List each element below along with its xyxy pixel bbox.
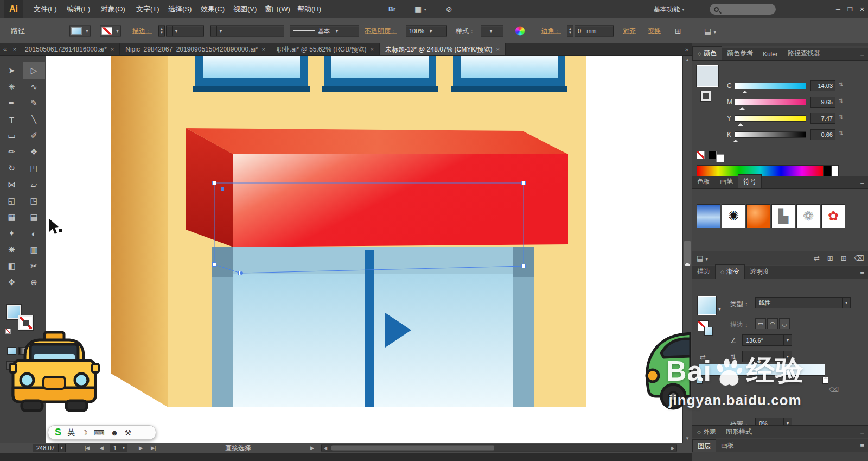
- vertical-scroll-thumb[interactable]: [684, 241, 691, 266]
- menu-file[interactable]: 文件(F): [28, 0, 62, 18]
- tab-swatches[interactable]: 色板: [692, 175, 715, 188]
- stroke-color-dropdown[interactable]: ▼: [100, 25, 121, 36]
- close-button[interactable]: ✕: [856, 0, 868, 18]
- stroke-weight-stepper[interactable]: ▲▼: [158, 25, 165, 36]
- tool-perspective-grid[interactable]: ◳: [23, 193, 45, 209]
- tab-overflow-button[interactable]: »: [682, 43, 692, 55]
- tool-free-transform[interactable]: ▱: [23, 176, 45, 193]
- status-popup-icon[interactable]: ▶: [308, 445, 316, 451]
- corner-link[interactable]: 边角：: [541, 26, 561, 35]
- tool-shaper[interactable]: ❖: [23, 144, 45, 160]
- prev-artboard-button[interactable]: ◀: [98, 445, 106, 451]
- tool-selection[interactable]: ➤: [1, 62, 23, 79]
- tab-color-guide[interactable]: 颜色参考: [722, 47, 758, 60]
- menu-help[interactable]: 帮助(H): [292, 0, 327, 18]
- ime-profile-icon[interactable]: ☻: [111, 428, 119, 437]
- symbol-red-flower[interactable]: ✿: [821, 204, 845, 228]
- magenta-slider[interactable]: [735, 99, 806, 105]
- symbol-chart[interactable]: ▙: [771, 204, 795, 228]
- gradient-midpoint-icon[interactable]: ◆: [757, 358, 761, 364]
- artboard-number-field[interactable]: 1▼: [110, 444, 127, 452]
- close-icon[interactable]: ×: [371, 46, 374, 53]
- menu-view[interactable]: 视图(V): [228, 0, 262, 18]
- artboard-canvas[interactable]: [46, 56, 682, 443]
- awning-front-face[interactable]: [233, 154, 568, 247]
- none-color-swatch[interactable]: [697, 151, 705, 159]
- opacity-field[interactable]: 100%▶: [406, 25, 447, 36]
- delete-stop-icon[interactable]: ⌫: [829, 386, 839, 394]
- tool-line-segment[interactable]: ╲: [23, 111, 45, 128]
- cyan-value-field[interactable]: 14.03: [810, 80, 835, 91]
- gradient-ramp[interactable]: [699, 364, 825, 376]
- stroke-weight-field[interactable]: ▼: [166, 25, 204, 36]
- tab-scroll-left-button[interactable]: «: [0, 43, 10, 55]
- isolate-selection-icon[interactable]: ⊞: [675, 27, 681, 35]
- tool-magic-wand[interactable]: ✳: [1, 79, 23, 95]
- gradient-angle-field[interactable]: 136.6°▼: [742, 334, 792, 346]
- tab-symbols[interactable]: 符号: [738, 174, 762, 188]
- scroll-up-icon[interactable]: ▲: [683, 56, 692, 64]
- panel-menu-icon[interactable]: ≡: [860, 441, 864, 450]
- document-tab-2[interactable]: Nipic_29842067_20190905150420890000.ai*×: [120, 43, 271, 55]
- tool-slice[interactable]: ✂: [23, 258, 45, 274]
- search-box[interactable]: [710, 4, 776, 15]
- stroke-gradient-across-button[interactable]: ◡: [779, 318, 790, 329]
- recolor-artwork-icon[interactable]: [515, 26, 525, 35]
- black-swatch[interactable]: [709, 151, 717, 159]
- horizontal-scroll-thumb[interactable]: [331, 446, 494, 451]
- search-input[interactable]: [722, 6, 771, 12]
- tool-symbol-sprayer[interactable]: ❋: [1, 242, 23, 258]
- menu-type[interactable]: 文字(T): [131, 0, 165, 18]
- tool-curvature[interactable]: ✎: [23, 95, 45, 111]
- panel-menu-icon[interactable]: ≡: [860, 50, 864, 58]
- menu-select[interactable]: 选择(S): [163, 0, 197, 18]
- first-artboard-button[interactable]: |◀: [82, 445, 92, 451]
- stroke-gradient-along-button[interactable]: ◠: [767, 318, 778, 329]
- white-swatch[interactable]: [716, 154, 724, 162]
- close-icon[interactable]: ×: [262, 46, 265, 53]
- corner-radius-field[interactable]: 0mm: [575, 25, 614, 36]
- graphic-style-select[interactable]: ▼: [481, 25, 503, 36]
- stroke-panel-link[interactable]: 描边：: [132, 26, 152, 35]
- spectrum-black-cell[interactable]: [824, 165, 831, 177]
- tab-appearance[interactable]: ◇外观: [692, 426, 721, 438]
- tool-pen[interactable]: ✒: [1, 95, 23, 111]
- black-spinner[interactable]: ⇅: [839, 130, 843, 136]
- gradient-preset-dropdown-icon[interactable]: ▼: [718, 307, 722, 311]
- scroll-left-icon[interactable]: ◀: [322, 446, 329, 451]
- menu-window[interactable]: 窗口(W): [259, 0, 296, 18]
- tab-gradient[interactable]: ◇渐变: [715, 264, 745, 279]
- restore-button[interactable]: ❐: [844, 0, 856, 18]
- close-icon[interactable]: ×: [496, 46, 500, 53]
- yellow-slider[interactable]: [735, 115, 806, 122]
- tool-column-graph[interactable]: ▥: [23, 242, 45, 258]
- arrange-documents-icon[interactable]: ▦▼: [411, 0, 430, 18]
- tool-rotate[interactable]: ↻: [1, 160, 23, 176]
- tab-color[interactable]: ◇颜色: [692, 46, 722, 60]
- close-icon[interactable]: ×: [111, 46, 114, 53]
- gradient-preview-swatch[interactable]: [698, 296, 716, 315]
- tool-mesh[interactable]: ▦: [1, 209, 23, 225]
- selection-handle[interactable]: [213, 263, 216, 267]
- symbol-ink-splat[interactable]: ✺: [722, 204, 745, 228]
- spectrum-white-cell[interactable]: [831, 165, 839, 177]
- scroll-down-icon[interactable]: ▼: [683, 434, 692, 443]
- selection-handle[interactable]: [522, 181, 526, 185]
- control-panel-menu-icon[interactable]: ▤▼: [704, 27, 717, 35]
- symbol-blue-gradient[interactable]: [697, 204, 720, 228]
- yellow-spinner[interactable]: ⇅: [839, 114, 843, 120]
- tab-kuler[interactable]: Kuler: [758, 48, 783, 60]
- tool-shape-builder[interactable]: ◱: [1, 193, 23, 209]
- delete-symbol-icon[interactable]: ⌫: [854, 254, 864, 262]
- door-assembly[interactable]: [212, 247, 534, 407]
- sogou-logo[interactable]: S: [55, 427, 61, 438]
- tool-pencil[interactable]: ✏: [1, 144, 23, 160]
- tool-width[interactable]: ⋈: [1, 176, 23, 193]
- bridge-button[interactable]: Br: [385, 0, 399, 18]
- tool-blend[interactable]: ◐: [23, 225, 45, 242]
- selected-anchor-point[interactable]: [240, 271, 243, 275]
- next-artboard-button[interactable]: ▶: [137, 445, 145, 451]
- selected-anchor-point[interactable]: [221, 187, 224, 191]
- cyan-slider-thumb[interactable]: [742, 88, 748, 93]
- panel-menu-icon[interactable]: ≡: [860, 268, 864, 276]
